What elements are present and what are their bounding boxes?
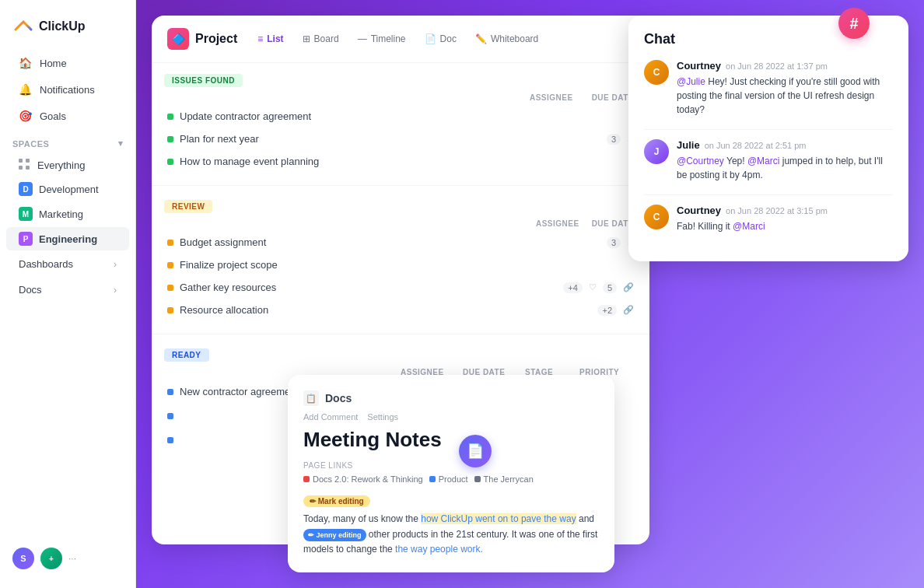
sidebar-item-goals[interactable]: 🎯 Goals <box>6 103 129 128</box>
whiteboard-icon: ✏️ <box>475 33 487 44</box>
space-label: Engineering <box>39 233 97 245</box>
link-icon: 🔗 <box>623 305 634 315</box>
docs-icon: 📋 <box>303 390 319 406</box>
app-name: ClickUp <box>39 19 86 33</box>
sidebar-item-label: Goals <box>40 110 66 122</box>
chat-message: J Julie on Jun 28 2022 at 2:51 pm @Court… <box>644 139 893 182</box>
ready-badge: READY <box>164 348 209 362</box>
user-avatar[interactable]: S <box>12 548 34 569</box>
chat-text: @Courtney Yep! @Marci jumped in to help,… <box>677 154 893 182</box>
link-dot <box>303 476 310 482</box>
task-row[interactable]: Update contractor agreement <box>164 105 637 128</box>
col-due: DUE DATE <box>592 219 634 228</box>
sidebar-item-development[interactable]: D Development <box>6 177 129 201</box>
chat-time: on Jun 28 2022 at 2:51 pm <box>705 141 807 150</box>
chat-divider <box>644 129 893 130</box>
spaces-header: Spaces ▾ <box>0 129 135 153</box>
chat-text-1: Yep! <box>726 156 747 166</box>
main-content: 🔷 Project ≡ List ⊞ Board — Timeline 📄 <box>136 0 924 588</box>
page-link[interactable]: Docs 2.0: Rework & Thinking <box>303 474 423 484</box>
task-status-dot <box>167 159 173 165</box>
task-status-dot <box>167 437 173 443</box>
section-divider <box>152 334 649 334</box>
task-row[interactable]: Finalize project scope <box>164 254 637 276</box>
review-badge: REVIEW <box>164 200 212 213</box>
task-row[interactable]: Budget assignment 3 ↗ <box>164 231 637 254</box>
chevron-right-icon: › <box>114 259 117 270</box>
chat-text-content: Hey! Just checking if you're still good … <box>677 76 880 115</box>
tab-label: Whiteboard <box>491 33 538 44</box>
heart-icon: ♡ <box>589 282 597 292</box>
body-link-1: how ClickUp went on to pave the way <box>421 513 576 524</box>
task-row[interactable]: Plan for next year 3 ↗ <box>164 128 637 150</box>
sidebar-item-home[interactable]: 🏠 Home <box>6 51 129 75</box>
tab-whiteboard[interactable]: ✏️ Whiteboard <box>467 30 546 48</box>
project-header: 🔷 Project ≡ List ⊞ Board — Timeline 📄 <box>152 16 649 63</box>
space-label: Marketing <box>39 208 83 220</box>
settings-button[interactable]: Settings <box>367 412 398 422</box>
tab-timeline[interactable]: — Timeline <box>350 30 414 48</box>
doc-float-icon[interactable]: 📄 <box>459 435 492 467</box>
mention: @Courtney <box>677 156 724 166</box>
hash-symbol: # <box>849 15 858 33</box>
body-link-2: the way people work. <box>395 544 483 555</box>
tab-label: List <box>267 33 283 44</box>
task-name: How to manage event planning <box>180 156 634 167</box>
add-comment-button[interactable]: Add Comment <box>303 412 358 422</box>
avatar: J <box>644 139 669 164</box>
docs-actions: Add Comment Settings <box>303 412 599 422</box>
tab-list[interactable]: ≡ List <box>250 30 291 48</box>
page-link[interactable]: Product <box>429 474 468 484</box>
col-assignee: ASSIGNEE <box>536 219 579 228</box>
doc-icon: 📄 <box>425 33 436 44</box>
chat-card: Chat C Courtney on Jun 28 2022 at 1:37 p… <box>628 16 908 261</box>
task-count: 3 <box>607 134 621 145</box>
tab-doc[interactable]: 📄 Doc <box>417 30 464 48</box>
sidebar-item-marketing[interactable]: M Marketing <box>6 202 129 226</box>
task-name: Plan for next year <box>180 133 600 145</box>
section-label: Docs <box>19 284 42 296</box>
sidebar-item-dashboards[interactable]: Dashboards › <box>6 252 129 276</box>
plus-count: +4 <box>563 282 583 293</box>
space-color-dot: P <box>19 232 33 246</box>
link-label: Docs 2.0: Rework & Thinking <box>313 474 423 484</box>
chat-text: Fab! Killing it @Marci <box>677 219 893 233</box>
task-name: Update contractor agreement <box>180 110 634 122</box>
sidebar-item-engineering[interactable]: P Engineering <box>6 227 129 250</box>
chevron-right-icon: › <box>114 285 117 296</box>
board-icon: ⊞ <box>303 33 310 44</box>
tab-board[interactable]: ⊞ Board <box>295 30 347 48</box>
project-title-area: 🔷 Project <box>167 28 237 50</box>
sidebar-item-docs[interactable]: Docs › <box>6 278 129 302</box>
page-link[interactable]: The Jerrycan <box>474 474 534 484</box>
sidebar: ClickUp 🏠 Home 🔔 Notifications 🎯 Goals S… <box>0 0 136 588</box>
grid-icon <box>19 159 31 171</box>
more-options-icon[interactable]: ··· <box>68 553 76 564</box>
tab-nav: ≡ List ⊞ Board — Timeline 📄 Doc ✏️ Wh <box>250 30 546 48</box>
link-label: Product <box>439 474 468 484</box>
logo-area: ClickUp <box>0 9 135 50</box>
chat-message: C Courtney on Jun 28 2022 at 3:15 pm Fab… <box>644 205 893 233</box>
spaces-collapse-icon[interactable]: ▾ <box>118 138 124 149</box>
chat-meta: Julie on Jun 28 2022 at 2:51 pm <box>677 139 893 151</box>
clickup-logo-icon <box>12 16 34 37</box>
sidebar-item-everything[interactable]: Everything <box>6 154 129 176</box>
task-name: Gather key resources <box>180 282 557 293</box>
avatar: C <box>644 60 669 85</box>
sidebar-item-notifications[interactable]: 🔔 Notifications <box>6 77 129 102</box>
body-text-2: and <box>576 513 594 524</box>
task-row[interactable]: How to manage event planning <box>164 150 637 173</box>
space-label: Everything <box>37 159 85 171</box>
list-icon: ≡ <box>257 33 263 44</box>
task-row[interactable]: Gather key resources +4 ♡ 5 🔗 <box>164 276 637 299</box>
target-icon: 🎯 <box>19 110 32 122</box>
docs-header: 📋 Docs <box>303 390 599 406</box>
task-row[interactable]: Resource allocation +2 🔗 <box>164 299 637 321</box>
body-text-1: Today, many of us know the <box>303 513 421 524</box>
task-status-dot <box>167 136 173 142</box>
bell-icon: 🔔 <box>19 83 32 96</box>
avatar: C <box>644 205 669 229</box>
project-title: Project <box>195 32 237 46</box>
review-section: REVIEW ASSIGNEE DUE DATE Budget assignme… <box>152 189 649 331</box>
team-avatar[interactable]: + <box>40 548 62 569</box>
